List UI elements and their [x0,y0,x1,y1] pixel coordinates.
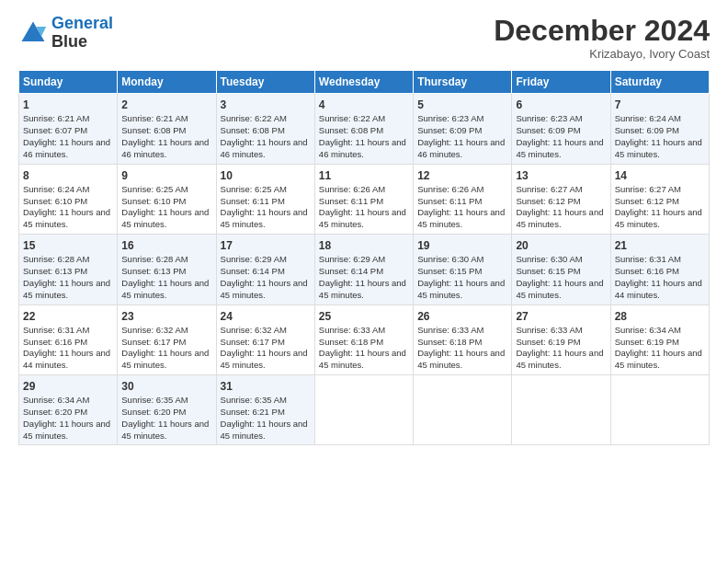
day-number: 8 [23,168,113,183]
day-number: 30 [121,379,211,394]
sunrise-text: Sunrise: 6:29 AM [221,254,287,264]
daylight-text: Daylight: 11 hours and 45 minutes. [516,137,603,159]
logo-line2: Blue [51,33,113,52]
day-number: 28 [615,309,705,324]
day-number: 11 [319,168,409,183]
daylight-text: Daylight: 11 hours and 45 minutes. [221,278,308,300]
calendar-cell: 17Sunrise: 6:29 AMSunset: 6:14 PMDayligh… [216,235,314,304]
daylight-text: Daylight: 11 hours and 45 minutes. [615,348,702,370]
daylight-text: Daylight: 11 hours and 45 minutes. [23,207,110,229]
calendar-cell: 12Sunrise: 6:26 AMSunset: 6:11 PMDayligh… [414,164,512,234]
location-subtitle: Krizabayo, Ivory Coast [494,47,710,61]
sunrise-text: Sunrise: 6:27 AM [516,184,582,194]
col-friday: Friday [512,71,610,94]
col-tuesday: Tuesday [216,71,314,94]
daylight-text: Daylight: 11 hours and 45 minutes. [121,419,209,441]
calendar-cell [610,374,709,444]
day-number: 2 [121,98,211,112]
logo-text: General Blue [51,15,113,52]
calendar-cell: 1Sunrise: 6:21 AMSunset: 6:07 PMDaylight… [19,94,118,164]
day-number: 4 [319,98,409,112]
calendar-cell: 8Sunrise: 6:24 AMSunset: 6:10 PMDaylight… [19,164,118,234]
sunrise-text: Sunrise: 6:34 AM [615,325,681,335]
sunset-text: Sunset: 6:20 PM [121,407,186,417]
day-number: 23 [121,309,211,324]
sunrise-text: Sunrise: 6:32 AM [221,325,287,335]
sunset-text: Sunset: 6:20 PM [23,407,87,417]
sunset-text: Sunset: 6:09 PM [516,125,580,135]
sunset-text: Sunset: 6:11 PM [221,196,285,206]
calendar-week-row: 29Sunrise: 6:34 AMSunset: 6:20 PMDayligh… [19,374,710,444]
calendar-week-row: 15Sunrise: 6:28 AMSunset: 6:13 PMDayligh… [19,235,710,304]
header: General Blue December 2024 Krizabayo, Iv… [18,15,710,61]
daylight-text: Daylight: 11 hours and 44 minutes. [23,348,110,370]
sunrise-text: Sunrise: 6:30 AM [516,254,582,264]
sunset-text: Sunset: 6:18 PM [319,337,383,347]
calendar-week-row: 8Sunrise: 6:24 AMSunset: 6:10 PMDaylight… [19,164,710,234]
daylight-text: Daylight: 11 hours and 45 minutes. [23,419,110,441]
daylight-text: Daylight: 11 hours and 45 minutes. [221,207,308,229]
logo-icon [18,18,48,48]
logo-line1: General [51,14,113,32]
calendar-cell: 19Sunrise: 6:30 AMSunset: 6:15 PMDayligh… [414,235,512,304]
sunset-text: Sunset: 6:21 PM [221,407,285,417]
sunrise-text: Sunrise: 6:21 AM [121,113,188,123]
calendar-cell: 30Sunrise: 6:35 AMSunset: 6:20 PMDayligh… [118,374,216,444]
sunset-text: Sunset: 6:16 PM [23,337,87,347]
sunrise-text: Sunrise: 6:21 AM [23,113,89,123]
daylight-text: Daylight: 11 hours and 45 minutes. [417,207,505,229]
sunset-text: Sunset: 6:19 PM [516,337,580,347]
daylight-text: Daylight: 11 hours and 45 minutes. [121,278,209,300]
sunset-text: Sunset: 6:08 PM [121,125,186,135]
sunset-text: Sunset: 6:12 PM [516,196,580,206]
calendar-cell [314,374,413,444]
sunset-text: Sunset: 6:11 PM [319,196,383,206]
daylight-text: Daylight: 11 hours and 45 minutes. [417,278,505,300]
day-number: 24 [221,309,311,324]
daylight-text: Daylight: 11 hours and 45 minutes. [121,348,209,370]
day-number: 6 [516,98,606,112]
sunrise-text: Sunrise: 6:24 AM [23,184,89,194]
calendar-cell: 16Sunrise: 6:28 AMSunset: 6:13 PMDayligh… [118,235,216,304]
sunset-text: Sunset: 6:11 PM [417,196,482,206]
calendar-cell: 14Sunrise: 6:27 AMSunset: 6:12 PMDayligh… [610,164,709,234]
daylight-text: Daylight: 11 hours and 46 minutes. [319,137,406,159]
day-number: 5 [417,98,507,112]
calendar-table: Sunday Monday Tuesday Wednesday Thursday… [18,70,710,445]
sunrise-text: Sunrise: 6:29 AM [319,254,385,264]
sunset-text: Sunset: 6:13 PM [121,266,186,276]
calendar-cell: 29Sunrise: 6:34 AMSunset: 6:20 PMDayligh… [19,374,118,444]
calendar-cell: 18Sunrise: 6:29 AMSunset: 6:14 PMDayligh… [314,235,413,304]
day-number: 25 [319,309,409,324]
calendar-cell: 24Sunrise: 6:32 AMSunset: 6:17 PMDayligh… [216,304,314,374]
col-wednesday: Wednesday [314,71,413,94]
sunrise-text: Sunrise: 6:31 AM [23,325,89,335]
day-number: 16 [121,238,211,253]
day-number: 26 [417,309,507,324]
day-number: 29 [23,379,113,394]
calendar-cell: 5Sunrise: 6:23 AMSunset: 6:09 PMDaylight… [414,94,512,164]
calendar-cell: 25Sunrise: 6:33 AMSunset: 6:18 PMDayligh… [314,304,413,374]
day-number: 20 [516,238,606,253]
sunrise-text: Sunrise: 6:25 AM [221,184,287,194]
col-monday: Monday [118,71,216,94]
sunrise-text: Sunrise: 6:22 AM [221,113,287,123]
sunrise-text: Sunrise: 6:23 AM [516,113,582,123]
sunrise-text: Sunrise: 6:33 AM [417,325,483,335]
calendar-cell: 15Sunrise: 6:28 AMSunset: 6:13 PMDayligh… [19,235,118,304]
sunrise-text: Sunrise: 6:24 AM [615,113,681,123]
sunrise-text: Sunrise: 6:26 AM [417,184,483,194]
col-saturday: Saturday [610,71,709,94]
day-number: 14 [615,168,705,183]
day-number: 17 [221,238,311,253]
calendar-cell: 20Sunrise: 6:30 AMSunset: 6:15 PMDayligh… [512,235,610,304]
calendar-cell: 13Sunrise: 6:27 AMSunset: 6:12 PMDayligh… [512,164,610,234]
col-sunday: Sunday [19,71,118,94]
sunset-text: Sunset: 6:07 PM [23,125,87,135]
calendar-cell: 4Sunrise: 6:22 AMSunset: 6:08 PMDaylight… [314,94,413,164]
daylight-text: Daylight: 11 hours and 44 minutes. [615,278,702,300]
daylight-text: Daylight: 11 hours and 46 minutes. [121,137,209,159]
sunrise-text: Sunrise: 6:22 AM [319,113,385,123]
calendar-cell: 31Sunrise: 6:35 AMSunset: 6:21 PMDayligh… [216,374,314,444]
title-block: December 2024 Krizabayo, Ivory Coast [494,15,710,61]
